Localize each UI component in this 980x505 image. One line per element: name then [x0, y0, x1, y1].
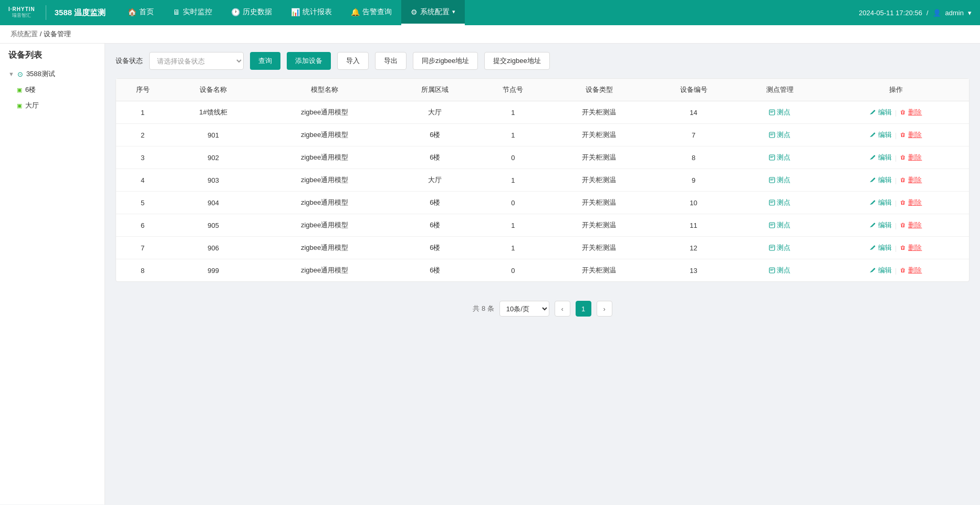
delete-link[interactable]: 删除: [908, 243, 922, 252]
cedian-link[interactable]: 测点: [777, 175, 790, 185]
cell-node: 0: [478, 259, 548, 282]
delete-link[interactable]: 删除: [908, 220, 922, 230]
cedian-link[interactable]: 测点: [777, 266, 790, 275]
edit-link[interactable]: 编辑: [878, 153, 892, 162]
device-table-container: 序号 设备名称 模型名称 所属区域 节点号 设备类型 设备编号 测点管理 操作 …: [116, 78, 969, 282]
breadcrumb-device-mgmt: 设备管理: [44, 30, 71, 38]
cell-type: 开关柜测温: [548, 259, 650, 282]
delete-link[interactable]: 删除: [908, 175, 922, 185]
edit-link-icon: [870, 154, 876, 161]
cell-type: 开关柜测温: [548, 169, 650, 192]
gear-icon: ⚙: [411, 8, 418, 16]
nav-home[interactable]: 🏠 首页: [118, 0, 163, 25]
col-measure-mgmt: 测点管理: [737, 79, 823, 101]
cell-measure-mgmt: 测点: [737, 101, 823, 124]
cell-model-name: zigbee通用模型: [257, 192, 392, 214]
delete-link-icon: [900, 245, 906, 251]
table-row: 7 906 zigbee通用模型 6楼 1 开关柜测温 12 测点 编辑 | 删…: [116, 237, 969, 259]
cell-type: 开关柜测温: [548, 146, 650, 169]
cell-index: 6: [116, 214, 169, 237]
cell-index: 5: [116, 192, 169, 214]
tree-child-6f[interactable]: ▣ 6楼: [8, 82, 105, 98]
nav-stats[interactable]: 📊 统计报表: [282, 0, 341, 25]
edit-link[interactable]: 编辑: [878, 243, 892, 252]
user-dropdown-icon[interactable]: ▾: [968, 9, 972, 17]
query-button[interactable]: 查询: [250, 52, 280, 70]
submit-zigbee-button[interactable]: 提交zigbee地址: [484, 52, 549, 70]
measure-link-icon: [769, 177, 775, 183]
cedian-link[interactable]: 测点: [777, 153, 790, 162]
sync-zigbee-button[interactable]: 同步zigbee地址: [413, 52, 478, 70]
next-page-button[interactable]: ›: [597, 301, 612, 317]
delete-link[interactable]: 删除: [908, 153, 922, 162]
edit-link[interactable]: 编辑: [878, 175, 892, 185]
cell-device-name: 1#馈线柜: [169, 101, 257, 124]
cedian-link[interactable]: 测点: [777, 243, 790, 252]
delete-link-icon: [900, 132, 906, 138]
import-button[interactable]: 导入: [337, 52, 369, 70]
cell-measure-mgmt: 测点: [737, 146, 823, 169]
cell-measure-mgmt: 测点: [737, 214, 823, 237]
action-separator: |: [895, 244, 896, 252]
cell-device-name: 906: [169, 237, 257, 259]
add-device-button[interactable]: 添加设备: [287, 52, 331, 70]
col-area: 所属区域: [392, 79, 478, 101]
chart-icon: 📊: [291, 8, 300, 16]
delete-link[interactable]: 删除: [908, 108, 922, 117]
tree-root-row[interactable]: ▼ ⊙ 3588测试: [0, 66, 105, 82]
device-table: 序号 设备名称 模型名称 所属区域 节点号 设备类型 设备编号 测点管理 操作 …: [116, 79, 969, 281]
cell-device-name: 905: [169, 214, 257, 237]
cell-model-name: zigbee通用模型: [257, 259, 392, 282]
export-button[interactable]: 导出: [375, 52, 406, 70]
cell-model-name: zigbee通用模型: [257, 169, 392, 192]
page-size-select[interactable]: 10条/页 20条/页 50条/页: [499, 301, 549, 317]
topnav-right: 2024-05-11 17:20:56 / 👤 admin ▾: [859, 9, 972, 17]
main-content: 设备状态 请选择设备状态 查询 添加设备 导入 导出 同步zigbee地址 提交…: [105, 44, 980, 504]
cedian-link[interactable]: 测点: [777, 198, 790, 207]
cell-model-name: zigbee通用模型: [257, 146, 392, 169]
cell-actions: 编辑 | 删除: [823, 124, 969, 146]
device-status-select[interactable]: 请选择设备状态: [149, 52, 244, 70]
cedian-link[interactable]: 测点: [777, 130, 790, 140]
cell-actions: 编辑 | 删除: [823, 192, 969, 214]
nav-stats-label: 统计报表: [303, 7, 332, 17]
nav-alarm[interactable]: 🔔 告警查询: [341, 0, 401, 25]
tree-root-label: 3588测试: [26, 69, 55, 79]
col-node: 节点号: [478, 79, 548, 101]
edit-link[interactable]: 编辑: [878, 108, 892, 117]
breadcrumb-system-config[interactable]: 系统配置: [11, 30, 38, 38]
delete-link[interactable]: 删除: [908, 266, 922, 275]
page-1-button[interactable]: 1: [576, 301, 591, 317]
pagination-total: 共 8 条: [473, 304, 494, 313]
cell-device-name: 999: [169, 259, 257, 282]
cell-measure-mgmt: 测点: [737, 259, 823, 282]
nav-history[interactable]: 🕐 历史数据: [222, 0, 282, 25]
measure-link-icon: [769, 245, 775, 251]
edit-link[interactable]: 编辑: [878, 198, 892, 207]
action-separator: |: [895, 222, 896, 229]
nav-history-label: 历史数据: [243, 7, 272, 17]
nav-realtime[interactable]: 🖥 实时监控: [163, 0, 222, 25]
edit-link[interactable]: 编辑: [878, 266, 892, 275]
cell-node: 1: [478, 169, 548, 192]
cedian-link[interactable]: 测点: [777, 220, 790, 230]
delete-link[interactable]: 删除: [908, 198, 922, 207]
status-filter-label: 设备状态: [116, 56, 143, 66]
edit-link-icon: [870, 132, 876, 138]
tree-leaf-icon-2: ▣: [17, 102, 22, 109]
cedian-link[interactable]: 测点: [777, 108, 790, 117]
delete-link[interactable]: 删除: [908, 130, 922, 140]
edit-link[interactable]: 编辑: [878, 220, 892, 230]
edit-link[interactable]: 编辑: [878, 130, 892, 140]
delete-link-icon: [900, 222, 906, 228]
cell-area: 6楼: [392, 146, 478, 169]
username-text[interactable]: admin: [945, 9, 964, 17]
cell-model-name: zigbee通用模型: [257, 237, 392, 259]
prev-page-button[interactable]: ‹: [555, 301, 570, 317]
nav-config[interactable]: ⚙ 系统配置 ▾: [401, 0, 465, 25]
cell-type: 开关柜测温: [548, 124, 650, 146]
sidebar-tree: ▼ ⊙ 3588测试 ▣ 6楼 ▣ 大厅: [0, 66, 105, 113]
tree-child-hall[interactable]: ▣ 大厅: [8, 98, 105, 113]
breadcrumb-sep: /: [40, 30, 44, 38]
user-icon: 👤: [933, 9, 941, 17]
